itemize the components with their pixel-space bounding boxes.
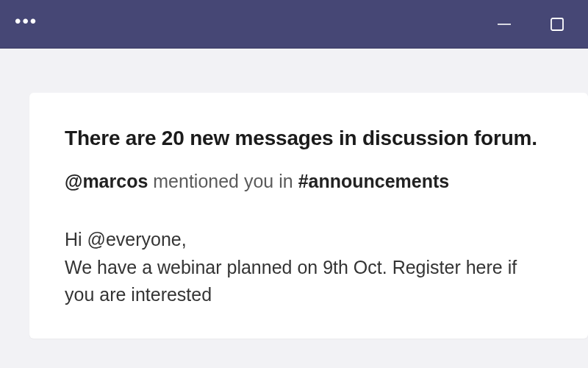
svg-rect-1	[551, 18, 563, 30]
overflow-menu[interactable]: •••	[15, 11, 37, 38]
maximize-icon	[550, 17, 564, 32]
titlebar: •••	[0, 0, 588, 49]
mention-text: mentioned you in	[148, 171, 298, 191]
window-controls	[494, 14, 573, 35]
minimize-icon	[496, 16, 512, 32]
mention-line: @marcos mentioned you in #announcements	[65, 171, 553, 192]
maximize-button[interactable]	[547, 14, 567, 35]
content-area: There are 20 new messages in discussion …	[0, 49, 588, 339]
card-body: Hi @everyone,We have a webinar planned o…	[65, 226, 550, 309]
minimize-button[interactable]	[494, 14, 514, 35]
notification-card: There are 20 new messages in discussion …	[29, 93, 588, 339]
card-heading: There are 20 new messages in discussion …	[65, 127, 553, 150]
mention-user[interactable]: @marcos	[65, 171, 148, 191]
mention-channel[interactable]: #announcements	[298, 171, 450, 191]
overflow-icon: •••	[15, 11, 37, 31]
